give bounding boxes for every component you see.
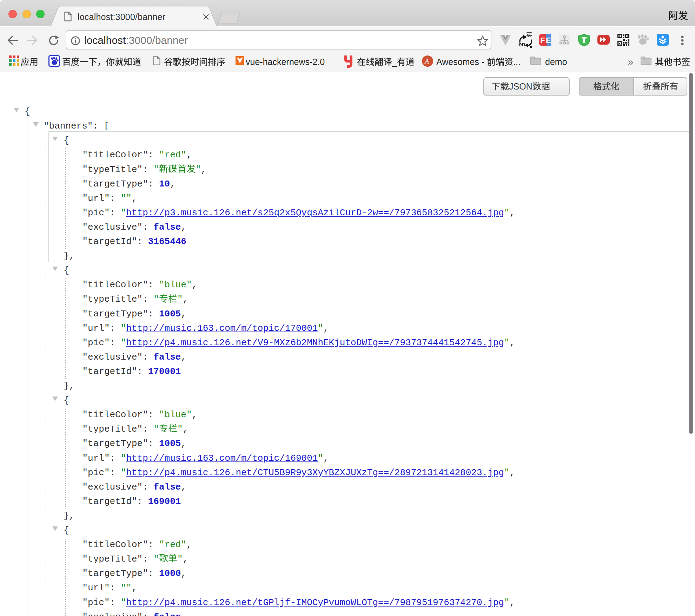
svg-text:F: F [540,36,545,45]
svg-text:E: E [546,36,551,45]
svg-text:A: A [424,57,429,65]
